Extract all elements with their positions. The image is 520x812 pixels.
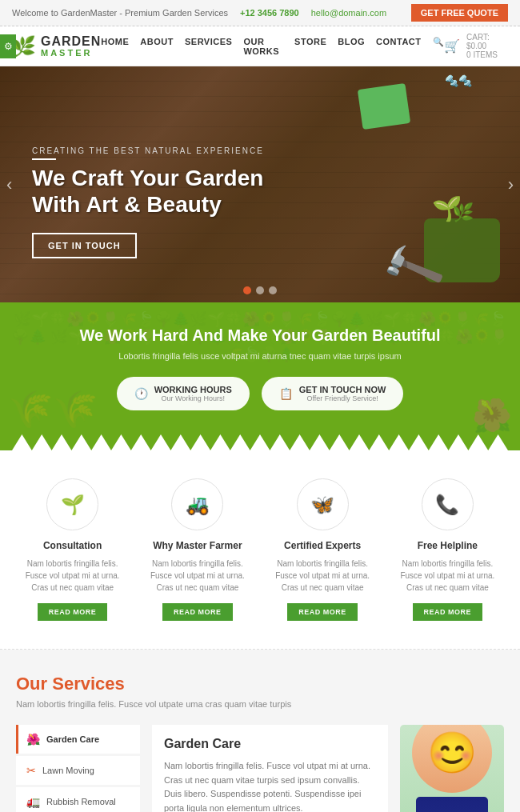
green-buttons: 🕐 WORKING HOURS Our Working Hours! 📋 GET… <box>12 377 508 434</box>
worker-figure: 😊 🌿 <box>404 725 500 812</box>
services-title: Our Services <box>16 674 504 694</box>
get-free-quote-button[interactable]: GET FREE QUOTE <box>411 4 508 22</box>
btn2-sub: Offer Friendly Service! <box>299 394 386 402</box>
green-section: 🌿🌱🍀🌺🌻🌷🌾🍃🌳🌲🌿🌱🍀🌺🌻🌷🌾🍃🌳🌲🌿🌱🍀🌺🌻🌷🌾🍃🌳🌲 🌿🌱🍀🌺🌻🌷🌾🍃🌳… <box>0 302 520 450</box>
hero-prev-button[interactable]: ‹ <box>6 174 12 195</box>
logo: 🌿 GARDEN MASTER <box>12 34 101 58</box>
rubbish-label: Rubbish Removal <box>46 797 116 806</box>
btn1-main: WORKING HOURS <box>154 385 232 394</box>
get-in-touch-now-button[interactable]: 📋 GET IN TOUCH NOW Offer Friendly Servic… <box>262 377 404 410</box>
hero-next-button[interactable]: › <box>508 174 514 195</box>
garden-care-label: Garden Care <box>46 734 99 744</box>
services-layout: 🌺 Garden Care ✂ Lawn Moving 🚛 Rubbish Re… <box>16 725 504 812</box>
worker-face: 😊 <box>412 725 492 793</box>
seedling-icon: 🌱 <box>61 494 85 516</box>
experts-read-more[interactable]: READ MORE <box>287 603 358 621</box>
hero-title-line1: We Craft Your Garden <box>32 166 263 190</box>
nav-home[interactable]: HOME <box>101 37 129 56</box>
clock-icon: 🕐 <box>134 387 148 400</box>
phone-number: +12 3456 7890 <box>240 8 299 18</box>
btn1-text: WORKING HOURS Our Working Hours! <box>154 385 232 402</box>
tractor-icon: 🚜 <box>186 494 210 516</box>
hero-title-line2: With Art & Beauty <box>32 192 222 217</box>
hero-dot-1[interactable] <box>243 286 251 294</box>
logo-garden: GARDEN <box>41 34 101 49</box>
service-item-lawn[interactable]: ✂ Lawn Moving <box>16 756 140 785</box>
hero-seed-packet <box>358 83 410 130</box>
nav-contact[interactable]: CONTACT <box>376 37 421 56</box>
service-detail: Garden Care Nam lobortis fringilla felis… <box>152 725 388 812</box>
cart-total: CART: $0.00 <box>466 33 508 50</box>
email-address: hello@domain.com <box>311 8 386 18</box>
phone-icon: 📞 <box>435 494 459 516</box>
hero-cta-button[interactable]: GET IN TOUCH <box>32 233 137 258</box>
nav-links: HOME ABOUT SERVICES OUR WORKS STORE BLOG… <box>101 37 444 56</box>
experts-desc: Nam lobortis fringilla felis. Fusce vol … <box>266 558 379 594</box>
helpline-desc: Nam lobortis fringilla felis. Fusce vol … <box>391 558 504 594</box>
navigation: ⚙ 🌿 GARDEN MASTER HOME ABOUT SERVICES OU… <box>0 26 520 66</box>
service-item-garden-care[interactable]: 🌺 Garden Care <box>16 725 140 754</box>
nav-about[interactable]: ABOUT <box>140 37 174 56</box>
helpline-icon-wrap: 📞 <box>422 478 474 530</box>
btn1-sub: Our Working Hours! <box>154 394 232 402</box>
nav-search-icon[interactable]: 🔍 <box>433 37 445 56</box>
consultation-desc: Nam lobortis fringilla felis. Fusce vol … <box>16 558 129 594</box>
top-bar-left: Welcome to GardenMaster - Premium Garden… <box>12 8 386 18</box>
experts-title: Certified Experts <box>266 540 379 551</box>
nav-ourworks[interactable]: OUR WORKS <box>243 37 283 56</box>
green-subtext: Lobortis fringilla felis usce voltpat mi… <box>12 351 508 361</box>
hero-dot-navigation <box>243 286 277 294</box>
garden-care-icon: 🌺 <box>26 733 40 746</box>
helpline-read-more[interactable]: READ MORE <box>413 603 483 621</box>
farmer-read-more[interactable]: READ MORE <box>162 603 233 621</box>
welcome-text: Welcome to GardenMaster - Premium Garden… <box>12 8 228 18</box>
rubbish-icon: 🚛 <box>26 795 40 808</box>
cart-area[interactable]: 🛒 CART: $0.00 0 ITEMS <box>444 33 508 59</box>
services-section: Our Services Nam lobortis fringilla feli… <box>0 650 520 812</box>
feature-farmer: 🚜 Why Master Farmer Nam lobortis fringil… <box>141 478 254 621</box>
service-detail-desc1: Nam lobortis fringilla felis. Fusce vol … <box>164 759 376 812</box>
hero-section: 🌱 🌿 🔨 🔩🔩 CREATING THE BEST NATURAL EXPER… <box>0 66 520 302</box>
hero-content: CREATING THE BEST NATURAL EXPERIENCE We … <box>32 146 264 258</box>
farmer-icon-wrap: 🚜 <box>171 478 223 530</box>
butterfly-icon: 🦋 <box>310 494 334 516</box>
feature-experts: 🦋 Certified Experts Nam lobortis fringil… <box>266 478 379 621</box>
consultation-icon-wrap: 🌱 <box>46 478 98 530</box>
btn2-text: GET IN TOUCH NOW Offer Friendly Service! <box>299 385 386 402</box>
lawn-icon: ✂ <box>26 764 36 777</box>
feature-consultation: 🌱 Consultation Nam lobortis fringilla fe… <box>16 478 129 621</box>
hero-subtitle: CREATING THE BEST NATURAL EXPERIENCE <box>32 146 264 160</box>
services-subtitle: Nam lobortis fringilla felis. Fusce vol … <box>16 699 504 709</box>
experts-icon-wrap: 🦋 <box>297 478 349 530</box>
lawn-label: Lawn Moving <box>42 766 94 775</box>
hero-dot-2[interactable] <box>256 286 264 294</box>
working-hours-button[interactable]: 🕐 WORKING HOURS Our Working Hours! <box>117 377 250 410</box>
green-heading: We Work Hard And Make Your Garden Beauti… <box>12 326 508 345</box>
cart-items: 0 ITEMS <box>466 50 508 59</box>
gear-icon[interactable]: ⚙ <box>0 34 16 58</box>
services-list: 🌺 Garden Care ✂ Lawn Moving 🚛 Rubbish Re… <box>16 725 140 812</box>
nav-store[interactable]: STORE <box>294 37 326 56</box>
service-item-rubbish[interactable]: 🚛 Rubbish Removal <box>16 787 140 812</box>
consultation-title: Consultation <box>16 540 129 551</box>
top-bar: Welcome to GardenMaster - Premium Garden… <box>0 0 520 26</box>
consultation-read-more[interactable]: READ MORE <box>38 603 108 621</box>
farmer-title: Why Master Farmer <box>141 540 254 551</box>
zigzag-divider <box>12 434 508 450</box>
cart-info: CART: $0.00 0 ITEMS <box>466 33 508 59</box>
logo-text: GARDEN MASTER <box>41 34 101 58</box>
nav-services[interactable]: SERVICES <box>185 37 232 56</box>
worker-body: 🌿 <box>416 797 488 812</box>
btn2-main: GET IN TOUCH NOW <box>299 385 386 394</box>
worker-image: 😊 🌿 <box>400 725 504 812</box>
cart-icon: 🛒 <box>444 38 460 54</box>
farmer-desc: Nam lobortis fringilla felis. Fusce vol … <box>141 558 254 594</box>
logo-master: MASTER <box>41 48 101 58</box>
feature-helpline: 📞 Free Helpline Nam lobortis fringilla f… <box>391 478 504 621</box>
hero-dot-3[interactable] <box>269 286 277 294</box>
hero-title: We Craft Your Garden With Art & Beauty <box>32 165 264 218</box>
features-section: 🌱 Consultation Nam lobortis fringilla fe… <box>0 450 520 649</box>
features-grid: 🌱 Consultation Nam lobortis fringilla fe… <box>16 478 504 621</box>
nav-blog[interactable]: BLOG <box>338 37 365 56</box>
service-detail-title: Garden Care <box>164 737 376 751</box>
